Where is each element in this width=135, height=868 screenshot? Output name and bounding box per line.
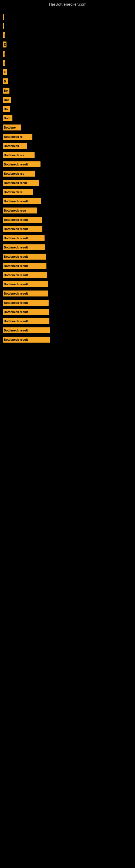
bar-item: Bottleneck result <box>3 290 48 297</box>
bar-item: Bottleneck result <box>3 244 45 250</box>
bar-row: Bottleneck result <box>3 336 132 343</box>
bar-item: Bottlene <box>3 124 21 130</box>
bar-row: | <box>3 13 132 21</box>
bar-item: Bottleneck result <box>3 161 41 167</box>
bar-row: Bott <box>3 115 132 122</box>
bar-item: | <box>3 14 4 20</box>
bar-row: Bottleneck re <box>3 133 132 141</box>
bar-row: | <box>3 22 132 30</box>
bar-item: Bottleneck result <box>3 337 50 343</box>
bar-row: | <box>3 59 132 67</box>
bar-row: Bottleneck result <box>3 235 132 242</box>
bar-label: Bo <box>4 107 8 111</box>
bar-row: Bottleneck result <box>3 244 132 251</box>
bar-item: | <box>3 60 5 66</box>
bar-item: E <box>3 69 7 75</box>
bar-row: Bottleneck result <box>3 308 132 316</box>
bar-label: B <box>4 80 6 83</box>
bar-label: Bot <box>4 98 9 101</box>
bar-label: Bo <box>4 89 8 92</box>
bar-item: Bo <box>3 88 9 94</box>
bar-row: Bottleneck result <box>3 299 132 307</box>
bar-label: | <box>4 52 5 55</box>
bar-row: Bottleneck re <box>3 188 132 196</box>
bar-row: Bottleneck result <box>3 216 132 223</box>
bar-item: Bottleneck result <box>3 217 42 223</box>
bar-row: Bottleneck res <box>3 170 132 177</box>
bar-item: Bottleneck result <box>3 235 45 241</box>
bar-label: Bottleneck result <box>4 283 28 286</box>
bar-row: Bottleneck res <box>3 151 132 159</box>
bar-item: Bottleneck res <box>3 170 35 177</box>
bar-item: Bottleneck result <box>3 318 49 324</box>
bar-item: | <box>3 51 5 57</box>
bar-row: B <box>3 78 132 85</box>
bar-label: Bottleneck result <box>4 218 28 221</box>
bar-item: Bottleneck <box>3 143 27 149</box>
bar-row: E <box>3 68 132 76</box>
bar-label: Bottleneck resu <box>4 209 26 212</box>
bar-label: Bottleneck result <box>4 237 28 240</box>
bar-label: Bottleneck <box>4 144 19 148</box>
bar-row: | <box>3 50 132 58</box>
bar-row: Bottleneck result <box>3 271 132 279</box>
bar-item: Bottleneck result <box>3 198 41 204</box>
bar-label: E <box>4 70 6 74</box>
bar-item: | <box>3 23 4 29</box>
bar-item: Bottleneck re <box>3 134 32 140</box>
bar-row: Bottleneck result <box>3 253 132 260</box>
bar-label: Bottleneck result <box>4 310 28 314</box>
bar-row: Bottleneck result <box>3 290 132 297</box>
bar-item: Bottleneck result <box>3 272 47 278</box>
bar-label: Bottleneck result <box>4 264 28 268</box>
bar-item: Bottleneck resu <box>3 208 37 214</box>
bar-label: Bottleneck result <box>4 301 28 304</box>
bars-container: |||E||EBBoBotBoBottBottleneBottleneck re… <box>0 8 135 348</box>
bar-label: Bottleneck result <box>4 199 28 203</box>
bar-label: Bottleneck result <box>4 292 28 295</box>
bar-item: Bottleneck result <box>3 300 49 306</box>
bar-row: Bot <box>3 96 132 104</box>
bar-item: Bottleneck result <box>3 309 49 315</box>
bar-item: Bottleneck res <box>3 152 35 158</box>
bar-item: Bottleneck resul <box>3 180 39 186</box>
bar-row: Bottleneck <box>3 142 132 150</box>
bar-label: Bottleneck result <box>4 163 28 166</box>
bar-row: Bottleneck result <box>3 197 132 205</box>
bar-label: Bottleneck result <box>4 338 28 341</box>
bar-label: | <box>4 24 4 28</box>
bar-row: Bottleneck result <box>3 161 132 168</box>
bar-row: Bottleneck result <box>3 262 132 270</box>
bar-label: | <box>4 61 5 65</box>
bar-label: Bottleneck re <box>4 190 23 194</box>
bar-label: Bottleneck resul <box>4 181 27 184</box>
bar-item: Bottleneck result <box>3 226 42 232</box>
bar-item: Bo <box>3 106 10 112</box>
bar-label: Bottleneck res <box>4 154 24 157</box>
bar-label: Bottleneck result <box>4 227 28 230</box>
bar-row: Bottleneck resu <box>3 207 132 214</box>
bar-item: Bot <box>3 97 11 103</box>
bar-row: Bottleneck result <box>3 327 132 334</box>
bar-row: Bottleneck result <box>3 225 132 233</box>
bar-row: Bottleneck resul <box>3 179 132 187</box>
bar-item: Bottleneck re <box>3 189 33 195</box>
bar-label: Bottleneck result <box>4 329 28 332</box>
bar-label: Bottlene <box>4 126 16 129</box>
bar-label: Bottleneck result <box>4 255 28 258</box>
bar-row: Bottleneck result <box>3 317 132 325</box>
bar-item: Bottleneck result <box>3 281 48 287</box>
bar-label: Bottleneck result <box>4 246 28 249</box>
bar-item: Bottleneck result <box>3 328 50 333</box>
bar-label: Bottleneck re <box>4 135 23 138</box>
bar-row: E <box>3 41 132 48</box>
bar-item: Bottleneck result <box>3 254 46 259</box>
bar-item: E <box>3 41 6 48</box>
bar-label: Bottleneck result <box>4 319 28 323</box>
bar-row: Bo <box>3 105 132 113</box>
bar-item: B <box>3 79 8 84</box>
bar-label: E <box>4 43 6 46</box>
bar-item: Bottleneck result <box>3 263 46 269</box>
bar-row: | <box>3 31 132 39</box>
site-title: TheBottlenecker.com <box>0 0 135 8</box>
